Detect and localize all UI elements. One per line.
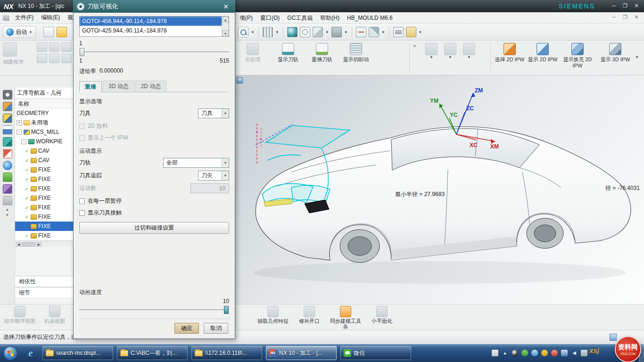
minimize-icon[interactable] [609,2,619,10]
show-fill-2d-ipw-button[interactable]: 显示换充 2D IPW [560,43,595,69]
windows-start-button[interactable] [3,346,18,361]
mdi-minimize-icon[interactable] [609,14,619,21]
tree-row[interactable]: FIXE [15,212,75,222]
create-program-icon[interactable] [3,42,17,57]
keyboard-tray-icon[interactable] [492,350,498,356]
network-tray-icon[interactable] [561,350,568,356]
machine-tool-view-button[interactable]: 机床视图 [39,306,71,324]
scrollbar-thumb[interactable] [22,242,35,247]
operation-navigator-icon[interactable] [3,137,12,147]
gouge-collision-settings-button[interactable]: 过切和碰撞设置 [79,222,229,234]
antivirus-tray-icon[interactable] [551,350,558,356]
tree-row[interactable]: CAV [15,146,75,156]
scroll-left-icon[interactable]: ◀ [16,242,21,247]
tree-row[interactable]: GEOMETRY [15,108,75,118]
expander-icon[interactable]: + [17,120,22,125]
qq-tray-icon[interactable] [512,350,518,356]
generate-toolpath-icon[interactable] [49,54,59,63]
start-menu-button[interactable]: 启动 [3,26,36,38]
volume-tray-icon[interactable] [571,350,578,356]
checkbox-icon[interactable] [79,135,85,141]
chevron-down-icon[interactable] [222,158,229,167]
checkbox-2d-removal[interactable]: 2D 除料 [79,122,229,130]
tab-2d-dynamic[interactable]: 2D 动态 [135,81,167,92]
strip-down-icon[interactable]: ▼ [5,214,10,217]
machine-tool-navigator-icon[interactable] [3,149,12,158]
position-slider[interactable] [79,48,229,56]
goto-row[interactable]: GOTO/-425.944,-90.114,-184.978 [80,26,229,35]
replay-toolpath-button[interactable]: 重播刀轨 [306,43,338,63]
menu-file[interactable]: 文件(F) [11,12,37,23]
search-icon[interactable] [238,27,248,37]
menu-window[interactable]: 窗口(O) [256,13,283,24]
checkbox-show-tool-contact[interactable]: 显示刀具接触 [79,209,229,217]
show-2d-ipw-button[interactable]: 显示 2D IPW [527,43,558,63]
patch-opening-button[interactable]: 修补开口 [293,306,325,324]
menu-gc-toolbox[interactable]: GC工具箱 [283,13,316,24]
web-browser-icon[interactable] [3,161,12,170]
program-order-view-button[interactable]: 程序顺序视图 [4,306,36,324]
tree-row[interactable]: - MCS_MILL [15,127,75,137]
tree-row[interactable]: FIXE [15,203,75,212]
ruler-icon[interactable] [406,27,416,37]
mdi-close-icon[interactable] [632,14,641,21]
graphics-viewport[interactable]: ZM ZC YM YC XC XM 最小半径 = 27.9683 径 = -76… [235,75,644,304]
language-tray-icon[interactable] [581,350,587,356]
create-operation-icon[interactable] [37,54,47,63]
roles-gear-icon[interactable] [3,90,12,99]
show-3d-ipw-button[interactable]: 显示 3D IPW [600,43,631,63]
tree-row[interactable]: + 未用项 [15,118,75,127]
mill-area-button[interactable] [462,43,476,59]
tree-row[interactable]: FIXE [15,184,75,193]
create-method-icon[interactable] [61,42,72,52]
datum-plane-icon[interactable] [369,27,379,37]
checkbox-pause-each-level[interactable]: 在每一层暂停 [79,197,229,205]
tab-replay[interactable]: 重播 [79,81,102,92]
chevron-down-icon[interactable] [344,30,348,34]
taskbar-item-nx[interactable]: NX NX 10 - 加工 - [... [266,346,337,360]
scroll-up-icon[interactable] [222,16,229,23]
motion-count-input[interactable]: 10 [190,183,229,193]
cancel-button[interactable]: 取消 [204,323,228,334]
details-panel[interactable]: 细节 [15,287,75,298]
chevron-down-icon[interactable]: ▾ [636,54,638,60]
dependencies-panel[interactable]: 相依性 [15,276,75,287]
taskbar-item-search[interactable]: search-ms:displ... [42,346,113,360]
slider-track[interactable] [79,51,229,53]
slider-handle[interactable] [224,306,229,314]
create-tool-icon[interactable] [37,42,47,52]
scroll-down-icon[interactable] [222,30,229,36]
name-column-header[interactable]: 名称 [15,99,75,108]
mill-boundary-button[interactable] [443,43,457,59]
strip-up-icon[interactable]: ▲ [5,208,10,212]
measure-icon[interactable] [393,27,404,37]
mill-geometry-button[interactable] [424,43,438,59]
expander-icon[interactable]: - [17,130,22,135]
chevron-down-icon[interactable] [222,109,229,118]
tab-3d-dynamic[interactable]: 3D 动态 [103,81,134,92]
chevron-down-icon[interactable] [325,30,329,34]
slider-handle[interactable] [80,48,84,56]
tree-row[interactable]: - WORKPIE [15,137,75,146]
ok-button[interactable]: 确定 [174,323,199,334]
ribbon-options-icon[interactable] [3,15,9,21]
horizontal-scrollbar[interactable]: ◀ ▶ [15,241,75,247]
extract-geometry-button[interactable]: 抽取几何特征 [257,306,289,324]
animation-speed-slider[interactable] [79,306,229,314]
taskbar-item-abc-folder[interactable]: C:\ABC—看，刘... [117,346,188,360]
reuse-library-icon[interactable] [3,196,12,206]
shaded-view-icon[interactable] [287,27,297,37]
security-tray-icon[interactable] [541,350,548,356]
chevron-down-icon[interactable] [275,30,279,34]
dialog-titlebar[interactable]: 刀轨可视化 [74,0,235,13]
checkbox-icon[interactable] [79,198,85,204]
navigator-title[interactable]: 工序导航器 - 几何 [15,88,75,99]
process-studio-icon[interactable] [3,184,12,194]
show-cut-motion-button[interactable]: 显示切削动 [340,43,372,63]
facet-body-button[interactable]: 小平面化 [366,306,398,324]
goto-event-list[interactable]: GOTO/-456.944,-90.114,-184.978 GOTO/-425… [79,16,229,37]
checkbox-icon[interactable] [79,210,85,216]
menu-edit[interactable]: 编辑(E) [37,12,64,23]
verify-toolpath-icon[interactable] [61,54,72,63]
list-scrollbar[interactable] [222,16,229,36]
